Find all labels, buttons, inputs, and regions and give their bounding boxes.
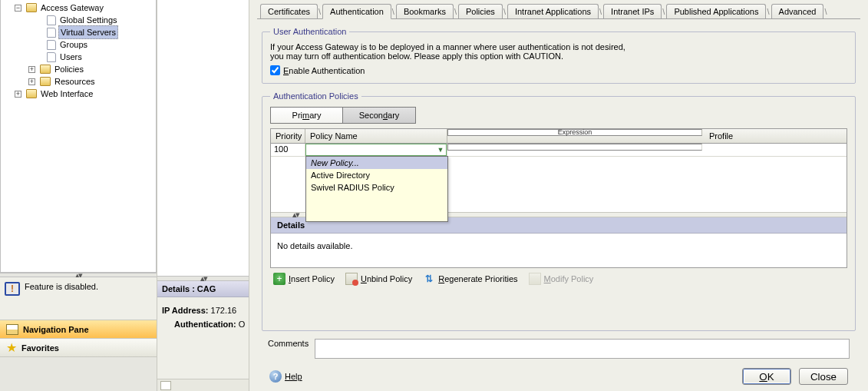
page-icon [47, 40, 56, 50]
tab-bar: Certificates\ Authentication\ Bookmarks\… [249, 0, 868, 18]
edit-icon [529, 273, 541, 285]
details-body: IP Address: 172.16 Authentication: O [157, 297, 249, 337]
folder-icon [26, 89, 37, 98]
insert-policy-button[interactable]: +Insert Policy [273, 273, 335, 285]
cell-expression[interactable] [447, 144, 702, 151]
refresh-icon: ⇅ [423, 273, 435, 285]
tab-policies[interactable]: Policies [458, 4, 503, 18]
warning-icon [5, 282, 20, 296]
plus-icon: + [273, 273, 285, 285]
user-auth-text2: you may turn off authentication below. P… [270, 51, 847, 61]
tab-advanced[interactable]: Advanced [771, 4, 824, 18]
enable-authentication-label[interactable]: Enable Authentication [283, 66, 365, 75]
details-header: Details : CAG [157, 281, 249, 297]
col-priority[interactable]: Priority [271, 129, 305, 143]
feature-status: Feature is disabled. [0, 277, 157, 320]
tree-node-global-settings[interactable]: Global Settings [58, 14, 119, 26]
expand-toggle[interactable]: + [15, 91, 21, 98]
col-expression[interactable]: Expression [447, 129, 702, 136]
tree-node-web-interface[interactable]: Web Interface [39, 88, 94, 100]
tree-node-access-gateway[interactable]: Access Gateway [39, 2, 105, 14]
tree-node-virtual-servers[interactable]: Virtual Servers [58, 25, 118, 39]
tree-node-users[interactable]: Users [58, 51, 84, 63]
folder-icon [40, 65, 51, 74]
regenerate-priorities-button[interactable]: ⇅Regenerate Priorities [423, 273, 517, 285]
table-row[interactable]: 100 ▼ New Policy... Active Directory Swi… [271, 144, 847, 157]
star-icon: ★ [6, 343, 17, 353]
chevron-down-icon[interactable]: ▼ [435, 144, 446, 155]
nav-tree[interactable]: − Access Gateway Global Settings Virtual… [0, 0, 157, 273]
comments-field[interactable] [315, 339, 850, 359]
page-icon [47, 28, 56, 38]
modify-policy-button: Modify Policy [529, 273, 594, 285]
tree-node-groups[interactable]: Groups [58, 38, 89, 51]
help-link[interactable]: ? Help [269, 370, 302, 383]
user-authentication-group: User Authentication If your Access Gatew… [262, 27, 856, 84]
dropdown-item-new[interactable]: New Policy... [306, 157, 447, 169]
comments-label: Comments [268, 339, 309, 348]
user-auth-text1: If your Access Gateway is to be deployed… [270, 42, 847, 51]
favorites-button[interactable]: ★ Favorites [0, 338, 157, 356]
dropdown-item-ad[interactable]: Active Directory [306, 169, 447, 181]
page-icon [47, 52, 56, 62]
unbind-policy-button[interactable]: Unbind Policy [345, 273, 412, 285]
auth-pol-legend: Authentication Policies [270, 91, 361, 101]
tab-intranet-apps[interactable]: Intranet Applications [507, 4, 599, 18]
secondary-tab[interactable]: Secondary [343, 107, 416, 124]
tab-published-apps[interactable]: Published Applications [666, 4, 766, 18]
policy-toolbar: +Insert Policy Unbind Policy ⇅Regenerate… [270, 268, 847, 285]
policy-dropdown[interactable]: New Policy... Active Directory Swivel RA… [305, 156, 448, 222]
tab-authentication[interactable]: Authentication [322, 4, 391, 19]
help-icon: ? [269, 370, 282, 383]
policy-combo[interactable]: ▼ New Policy... Active Directory Swivel … [305, 144, 447, 156]
primary-tab[interactable]: Primary [270, 107, 343, 124]
cell-policy-name[interactable]: ▼ New Policy... Active Directory Swivel … [305, 144, 447, 156]
authentication-policies-group: Authentication Policies Primary Secondar… [262, 91, 856, 331]
nav-pane-icon [6, 324, 18, 335]
unbind-icon [345, 273, 358, 285]
ok-button[interactable]: OK [742, 368, 791, 385]
enable-authentication-checkbox[interactable] [270, 65, 280, 75]
expand-toggle[interactable]: + [28, 66, 35, 73]
expand-toggle[interactable]: + [28, 78, 35, 85]
policy-grid: Priority Policy Name Expression Profile … [270, 128, 847, 268]
status-text: Feature is disabled. [25, 282, 98, 291]
tree-node-resources[interactable]: Resources [53, 75, 97, 88]
tree-node-policies[interactable]: Policies [53, 63, 85, 75]
close-button[interactable]: Close [799, 368, 848, 385]
tab-certificates[interactable]: Certificates [260, 4, 318, 18]
no-details-text: No details available. [271, 234, 847, 267]
tab-bookmarks[interactable]: Bookmarks [396, 4, 454, 18]
user-auth-legend: User Authentication [270, 27, 349, 36]
tab-intranet-ips[interactable]: Intranet IPs [603, 4, 662, 18]
cell-priority[interactable]: 100 [271, 144, 305, 156]
col-profile[interactable]: Profile [705, 129, 847, 143]
collapse-toggle[interactable]: − [15, 5, 21, 12]
folder-icon [40, 77, 51, 86]
col-policy-name[interactable]: Policy Name [305, 129, 447, 143]
page-icon [47, 15, 56, 25]
dropdown-item-swivel[interactable]: Swivel RADIUS Policy [306, 181, 447, 194]
navigation-pane-button[interactable]: Navigation Pane [0, 320, 157, 338]
folder-open-icon [26, 3, 37, 12]
bottom-toolbar [157, 379, 249, 391]
cell-profile[interactable] [705, 144, 847, 156]
